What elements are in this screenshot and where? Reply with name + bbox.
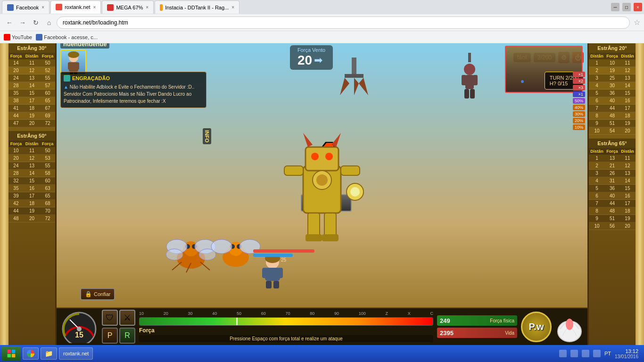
svg-rect-47	[352, 58, 356, 76]
bookmark-youtube[interactable]: YouTube	[4, 34, 32, 41]
svg-rect-2	[68, 62, 72, 70]
confiar-button[interactable]: 🔒 Confiar	[80, 288, 115, 300]
svg-rect-16	[341, 166, 360, 175]
table-row: 441969	[8, 112, 55, 120]
action-buttons: 🛡 ⚔ P R	[102, 310, 135, 344]
table-row: 84818	[589, 207, 636, 215]
tray-icon-3	[582, 350, 589, 357]
facebook-icon	[36, 34, 42, 41]
refresh-button[interactable]: ↻	[30, 17, 41, 28]
bookmark-facebook[interactable]: Facebook - acesse, c...	[36, 34, 98, 41]
svg-marker-50	[354, 78, 359, 95]
player-hp-bar-red	[253, 249, 314, 253]
vida-value: 2395	[440, 329, 454, 337]
hanging-sprite	[458, 53, 481, 109]
address-bar[interactable]	[57, 16, 630, 29]
table-row: 95119	[589, 120, 636, 127]
tray-icon-1	[559, 350, 567, 357]
table-row: 241355	[8, 162, 55, 170]
maximize-button[interactable]: □	[622, 3, 631, 11]
tab-instacia[interactable]: Instacia - DDTank II - Rag... ×	[155, 0, 239, 14]
taskbar-explorer[interactable]: 📁	[41, 347, 57, 360]
home-button[interactable]: ⌂	[43, 17, 55, 28]
action-btn-shield[interactable]: 🛡	[102, 310, 118, 326]
table-row: 64016	[589, 97, 636, 105]
svg-point-45	[211, 239, 232, 254]
speedometer-svg: 15	[60, 310, 98, 343]
wind-arrow-icon: ➡	[314, 54, 322, 66]
svg-rect-27	[277, 268, 283, 278]
info-side-label: INFO	[203, 128, 211, 144]
score-pct-20: 20%	[573, 118, 585, 123]
mega-favicon-icon	[107, 4, 114, 11]
forward-button[interactable]: →	[17, 17, 28, 28]
instacia-favicon-icon	[160, 4, 163, 11]
svg-line-40	[200, 262, 210, 270]
svg-rect-17	[308, 213, 320, 237]
taskbar-chrome[interactable]	[23, 347, 39, 360]
right-stat-table2: Distân Força Distân 11311 22112 32613 43…	[589, 148, 636, 230]
action-btn-p[interactable]: P	[102, 328, 118, 344]
bottom-hud: 15 🛡 ⚔ P R 102030	[57, 307, 587, 345]
svg-point-6	[68, 51, 79, 58]
chat-text: ▲ Não Habilite Adblock e Evite o Fechame…	[64, 83, 203, 105]
chat-icon	[64, 75, 70, 82]
close-tab-facebook[interactable]: ×	[41, 5, 44, 10]
tab-roxtank[interactable]: roxtank.net ×	[50, 0, 101, 14]
table-row: 201252	[8, 67, 55, 74]
tray-icon-2	[570, 350, 578, 357]
start-button[interactable]	[2, 346, 21, 361]
power-bar	[139, 317, 433, 326]
tab-mega[interactable]: MEGA 67% ×	[102, 0, 154, 14]
bug-enemies	[163, 221, 266, 288]
back-button[interactable]: ←	[4, 17, 15, 28]
table-row: 32613	[589, 170, 636, 177]
close-tab-instacia[interactable]: ×	[231, 5, 234, 10]
score-pct-50: 50%	[573, 98, 585, 104]
windows-logo-icon	[7, 349, 16, 358]
power-bar-labels: 102030405060708090100ZXC	[139, 311, 433, 316]
table-row: 441970	[8, 207, 55, 215]
action-btn-attack[interactable]: ⚔	[119, 310, 135, 326]
left-stat-table2: Força Distân Força 101150 201253 241355 …	[8, 140, 55, 222]
table-row: 472072	[8, 120, 55, 127]
vita-bars: 249 Força física 2395 Vida	[437, 315, 517, 338]
close-tab-roxtank[interactable]: ×	[93, 5, 96, 10]
minimize-button[interactable]: ─	[611, 3, 619, 11]
score-icon-2: ×2	[573, 78, 585, 84]
table-row: 21912	[589, 67, 636, 74]
crane-claw	[335, 58, 373, 107]
score-icon-4: ×1	[573, 91, 585, 97]
facebook-favicon-icon	[7, 4, 14, 11]
table-row: 84818	[589, 112, 636, 120]
taskbar-time: 13:12	[615, 348, 638, 354]
taskbar-lang: PT	[604, 351, 611, 356]
close-button[interactable]: ×	[634, 3, 642, 11]
fisica-value: 249	[440, 317, 450, 324]
svg-point-36	[166, 249, 183, 260]
mini-map-player1	[521, 80, 524, 83]
taskbar-game[interactable]: roxtank.net	[59, 347, 93, 360]
table-row: 74417	[589, 105, 636, 112]
player-name-display: huehuehuehue	[60, 43, 109, 49]
tab-facebook[interactable]: Facebook ×	[2, 0, 50, 14]
close-tab-mega[interactable]: ×	[146, 5, 149, 10]
chat-title: ENGRAÇADÃO	[64, 75, 203, 82]
score-pct-40: 40%	[573, 105, 585, 110]
action-btn-r[interactable]: R	[119, 328, 135, 344]
claw-sprite	[335, 58, 373, 105]
power-bar-area: 102030405060708090100ZXC Força Pressione…	[139, 311, 433, 342]
vida-bar: 2395 Vida	[437, 328, 517, 338]
table-row: 351663	[8, 185, 55, 192]
bookmark-star-icon[interactable]: ☆	[634, 18, 640, 27]
roxtank-favicon-icon	[56, 4, 62, 10]
svg-rect-66	[12, 350, 16, 354]
left-stats-panel: EstrÂng 30° Força Distân Força 141150 20…	[0, 43, 57, 345]
table-row: 101150	[8, 147, 55, 155]
table-row: 201253	[8, 155, 55, 162]
svg-rect-15	[284, 166, 303, 175]
svg-rect-52	[468, 53, 471, 62]
svg-marker-10	[331, 133, 341, 147]
shell-svg	[555, 310, 584, 343]
power-hint: Pressione Espaço com força total e reali…	[139, 335, 433, 342]
